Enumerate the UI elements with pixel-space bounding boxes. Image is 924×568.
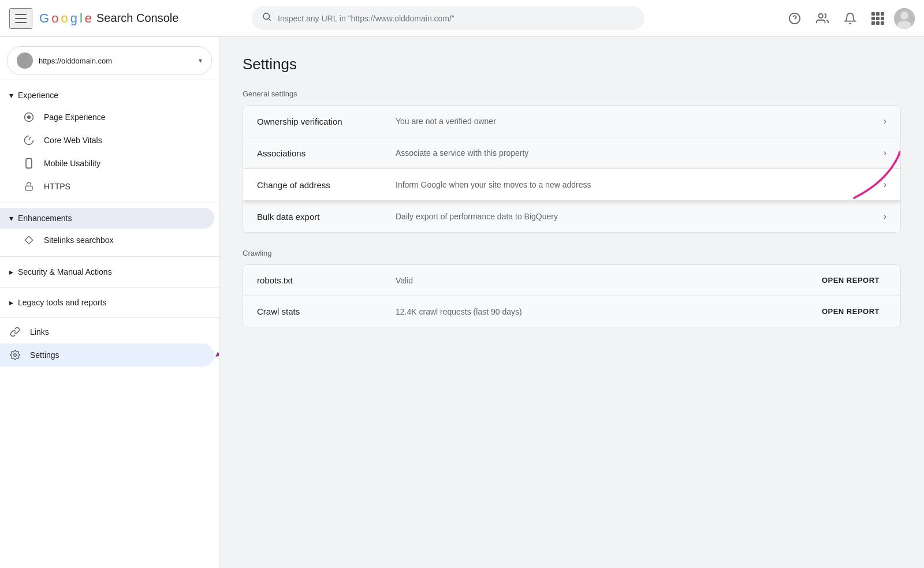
circle-dot-icon: [23, 111, 35, 123]
logo: Google Search Console: [39, 11, 178, 26]
general-settings-card: Ownership verification You are not a ver…: [243, 105, 901, 233]
crawling-section: Crawling robots.txt Valid OPEN REPORT Cr…: [243, 249, 901, 327]
settings-row-bulk-data-export[interactable]: Bulk data export Daily export of perform…: [243, 201, 900, 232]
main-content: Settings General settings Ownership veri…: [219, 37, 924, 568]
logo-l: l: [80, 11, 83, 26]
settings-row-associations[interactable]: Associations Associate a service with th…: [243, 137, 900, 169]
sidebar-item-https[interactable]: HTTPS: [0, 175, 219, 198]
app-header: Google Search Console: [0, 0, 924, 37]
sidebar-item-settings-label: Settings: [30, 350, 59, 360]
robots-txt-action[interactable]: OPEN REPORT: [822, 276, 880, 285]
ownership-label: Ownership verification: [257, 117, 396, 126]
svg-point-0: [263, 13, 270, 20]
gauge-icon: [23, 134, 35, 146]
svg-rect-12: [25, 186, 32, 190]
chevron-right-icon: ›: [884, 116, 886, 126]
help-button[interactable]: [783, 7, 806, 30]
product-name: Search Console: [96, 12, 178, 25]
sidebar-section-security: ▸ Security & Manual Actions: [0, 259, 219, 285]
sidebar-item-links-label: Links: [30, 327, 49, 337]
admin-button[interactable]: [811, 7, 834, 30]
sidebar-section-legacy: ▸ Legacy tools and reports: [0, 290, 219, 315]
layout: https://olddomain.com ▾ ▾ Experience Pag…: [0, 37, 924, 568]
settings-row-robots-txt[interactable]: robots.txt Valid OPEN REPORT: [243, 265, 900, 296]
sidebar-section-enhancements-label: Enhancements: [18, 214, 72, 223]
page-title: Settings: [243, 55, 901, 73]
svg-point-6: [900, 12, 908, 20]
crawling-card: robots.txt Valid OPEN REPORT Crawl stats…: [243, 264, 901, 327]
sidebar-section-experience-label: Experience: [18, 91, 58, 100]
bulk-data-export-label: Bulk data export: [257, 212, 396, 222]
sidebar-section-enhancements-header[interactable]: ▾ Enhancements: [0, 208, 214, 229]
menu-button[interactable]: [9, 8, 32, 29]
divider-3: [0, 256, 219, 257]
logo-o1: o: [51, 11, 58, 26]
sidebar-item-mobile-usability[interactable]: Mobile Usability: [0, 152, 219, 175]
notifications-button[interactable]: [839, 7, 862, 30]
collapse-icon: ▾: [9, 91, 13, 100]
svg-point-9: [28, 116, 31, 119]
logo-g2: g: [70, 11, 77, 26]
lock-icon: [23, 181, 35, 192]
sidebar-item-links[interactable]: Links: [0, 320, 219, 343]
change-of-address-label: Change of address: [257, 180, 396, 190]
logo-g: G: [39, 11, 49, 26]
logo-o2: o: [61, 11, 68, 26]
settings-row-crawl-stats[interactable]: Crawl stats 12.4K crawl requests (last 9…: [243, 296, 900, 327]
property-name: https://olddomain.com: [39, 57, 193, 65]
sidebar: https://olddomain.com ▾ ▾ Experience Pag…: [0, 37, 219, 568]
change-of-address-value: Inform Google when your site moves to a …: [396, 180, 884, 189]
collapse-icon-enhancements: ▾: [9, 214, 13, 223]
ownership-value: You are not a verified owner: [396, 117, 884, 126]
svg-rect-10: [26, 159, 32, 168]
chevron-right-icon-2: ›: [884, 148, 886, 158]
search-icon: [262, 12, 272, 25]
chevron-down-icon: ▾: [199, 57, 202, 65]
sidebar-section-experience-header[interactable]: ▾ Experience: [0, 85, 219, 106]
svg-line-1: [269, 18, 270, 20]
crawl-stats-value: 12.4K crawl requests (last 90 days): [396, 307, 822, 316]
crawl-stats-action[interactable]: OPEN REPORT: [822, 307, 880, 316]
diamond-icon: [23, 234, 35, 246]
sidebar-item-sitelinks-label: Sitelinks searchbox: [44, 236, 114, 245]
divider-2: [0, 203, 219, 203]
expand-icon-legacy: ▸: [9, 298, 13, 307]
crawl-stats-label: Crawl stats: [257, 307, 396, 316]
svg-marker-13: [25, 236, 32, 244]
divider-5: [0, 317, 219, 318]
links-icon: [9, 326, 21, 338]
avatar[interactable]: [894, 8, 915, 29]
chevron-right-icon-3: ›: [884, 180, 886, 190]
expand-icon-security: ▸: [9, 267, 13, 276]
apps-button[interactable]: [866, 7, 889, 30]
svg-point-4: [819, 13, 823, 17]
mobile-icon: [23, 158, 35, 169]
chevron-right-icon-4: ›: [884, 211, 886, 222]
settings-row-ownership[interactable]: Ownership verification You are not a ver…: [243, 106, 900, 137]
logo-e: e: [85, 11, 92, 26]
header-left: Google Search Console: [9, 8, 252, 29]
property-avatar: [17, 53, 33, 69]
settings-row-container: Settings: [0, 343, 219, 367]
settings-row-change-of-address[interactable]: Change of address Inform Google when you…: [243, 169, 900, 201]
sidebar-section-security-label: Security & Manual Actions: [18, 267, 112, 276]
sidebar-item-page-experience-label: Page Experience: [44, 113, 106, 122]
header-right: [783, 7, 915, 30]
sidebar-item-core-web-vitals-label: Core Web Vitals: [44, 136, 102, 145]
search-bar[interactable]: [252, 6, 644, 30]
sidebar-item-core-web-vitals[interactable]: Core Web Vitals: [0, 129, 219, 152]
sidebar-section-security-header[interactable]: ▸ Security & Manual Actions: [0, 261, 219, 282]
sidebar-item-page-experience[interactable]: Page Experience: [0, 106, 219, 129]
sidebar-section-legacy-header[interactable]: ▸ Legacy tools and reports: [0, 292, 219, 313]
search-input[interactable]: [278, 14, 635, 23]
grid-icon: [871, 12, 884, 25]
general-settings-section: General settings Ownership verification …: [243, 89, 901, 233]
sidebar-section-legacy-label: Legacy tools and reports: [18, 298, 106, 307]
associations-value: Associate a service with this property: [396, 148, 884, 158]
sidebar-item-settings[interactable]: Settings: [0, 343, 214, 367]
sidebar-item-https-label: HTTPS: [44, 182, 70, 191]
sidebar-item-sitelinks-searchbox[interactable]: Sitelinks searchbox: [0, 229, 219, 252]
settings-icon: [9, 349, 21, 361]
property-selector[interactable]: https://olddomain.com ▾: [7, 46, 212, 75]
associations-label: Associations: [257, 148, 396, 158]
